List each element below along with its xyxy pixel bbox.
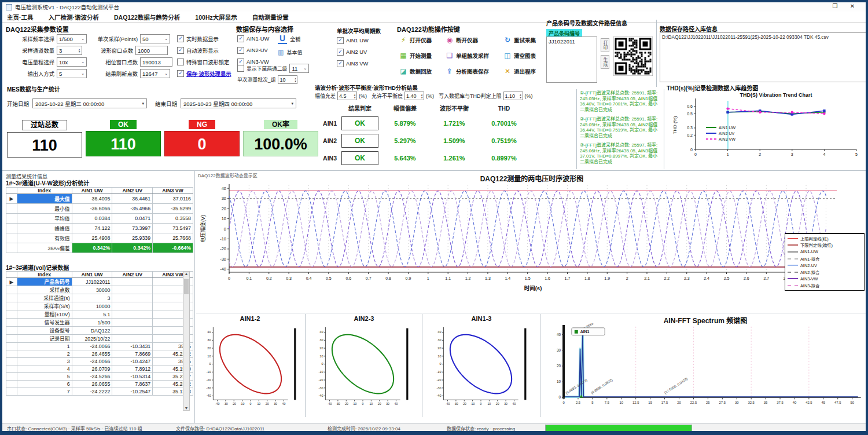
table-row[interactable]: 最小值-36.6066-35.4966-35.5299 bbox=[6, 204, 193, 214]
u-layout-icon[interactable]: U bbox=[278, 34, 287, 44]
restore-button[interactable]: ❐ bbox=[830, 3, 840, 9]
divider bbox=[194, 170, 195, 423]
svg-text:-30: -30 bbox=[336, 402, 340, 405]
清空图表-icon: ◫ bbox=[503, 52, 512, 60]
threshold-spinner-0: 幅值允差4.5▴▾(%) bbox=[315, 92, 367, 100]
param-control-2a[interactable]: 10x⌄ bbox=[57, 57, 87, 67]
svg-text:2.3: 2.3 bbox=[684, 276, 690, 280]
checkbox-icon: ✓ bbox=[237, 47, 244, 54]
path-field[interactable]: D:\DAQ122\JJ1022011\JJ1022011-25591(25)-… bbox=[660, 32, 867, 82]
table-row[interactable]: 平均值0.03840.04710.3558 bbox=[6, 214, 193, 224]
batch-spinner[interactable]: 10 ▴▾ bbox=[278, 75, 297, 84]
spinner-input[interactable]: 1.10▴▾ bbox=[503, 92, 523, 100]
table-row[interactable]: 36A≈偏差0.342%0.342%-0.664% bbox=[6, 243, 193, 253]
table-row[interactable]: 有效值25.490825.933925.7668 bbox=[6, 233, 193, 243]
stack-layout-icon[interactable]: ▥ bbox=[278, 49, 284, 56]
start-date-field[interactable]: 2025-10-22 星期三 00:00:00▾ bbox=[32, 98, 147, 108]
svg-text:0.2: 0.2 bbox=[687, 133, 693, 137]
ops-button-3[interactable]: ▦开始测量 bbox=[399, 52, 446, 60]
table-row[interactable]: 5-24.5266-10.531435.2257 bbox=[6, 373, 193, 381]
svg-text:4: 4 bbox=[823, 152, 825, 156]
scroll-down-icon[interactable]: ▼ bbox=[183, 406, 189, 410]
ops-button-7[interactable]: ⇪分析图表保存 bbox=[446, 67, 503, 75]
param-control-1a[interactable]: 3▴▾ bbox=[57, 46, 82, 55]
menu-item-2[interactable]: DAQ122数据与趋势分析 bbox=[114, 13, 180, 21]
scroll-up-icon[interactable]: ▲ bbox=[183, 272, 189, 276]
channel-label: AIN2 bbox=[315, 132, 339, 149]
thd-trend-panel: THD(s)[%]记录检测数据入库趋势图 THD(S) Vibration Tr… bbox=[667, 83, 868, 169]
table-row[interactable]: 采样率(S/s)10000 bbox=[6, 302, 193, 310]
table-row[interactable]: 7-24.2222-10.254735.1233 bbox=[6, 388, 193, 396]
daq-check-3[interactable]: ✓保存·波形处理显示 bbox=[177, 68, 231, 79]
menu-item-3[interactable]: 100Hz大屏显示 bbox=[195, 13, 237, 21]
scroll-thumb[interactable] bbox=[184, 279, 189, 294]
barcode-side-button-0[interactable]: 打印 bbox=[601, 38, 609, 52]
param-control-0a[interactable]: 1/500⌄ bbox=[57, 34, 87, 43]
ops-button-0[interactable]: ⚡打开仪器 bbox=[399, 36, 446, 44]
table-row[interactable]: 记录日期2025/10/22 bbox=[6, 335, 193, 343]
divider bbox=[422, 314, 422, 417]
ops-button-4[interactable]: ❏单组触发采样 bbox=[446, 52, 503, 60]
path-panel: 数据保存路径入库信息 D:\DAQ122\JJ1022011\JJ1022011… bbox=[660, 24, 868, 85]
overlay-checkbox[interactable]: 显示下属两通二级 bbox=[237, 63, 287, 74]
ops-button-5[interactable]: ◫清空图表 bbox=[503, 52, 551, 60]
menu-item-0[interactable]: 主页·工具 bbox=[7, 13, 34, 21]
spinner-input[interactable]: 1.40▴▾ bbox=[404, 92, 424, 100]
param-control-0b[interactable]: 50⌄ bbox=[140, 34, 170, 43]
param-control-3b[interactable]: 12647⌄ bbox=[140, 69, 170, 78]
svg-text:50: 50 bbox=[850, 401, 854, 404]
table-row[interactable]: 226.46557.866945.2252 bbox=[6, 350, 193, 358]
table-row[interactable]: 信号发生器1/500 bbox=[6, 319, 193, 327]
spinner-unit: (%) bbox=[525, 93, 533, 99]
table-row[interactable]: 量程(±10V)5.1 bbox=[6, 310, 193, 319]
barcode-input[interactable]: JJ1022011 bbox=[546, 36, 597, 83]
overlay-count-select[interactable]: 11⌄ bbox=[289, 64, 309, 73]
records-scrollbar[interactable]: ▲ ▼ bbox=[183, 271, 190, 411]
daq-check-0[interactable]: ✓实时数据显示 bbox=[177, 33, 231, 45]
ops-buttons-grid: ⚡打开仪器◉断开仪器↻重试采集▦开始测量❏单组触发采样◫清空图表◪数据回放⇪分析… bbox=[399, 36, 551, 75]
ops-button-1[interactable]: ◉断开仪器 bbox=[446, 36, 503, 44]
save-channel-check-1[interactable]: ✓AIN2-UV bbox=[237, 45, 269, 56]
close-button[interactable]: ✕ bbox=[847, 3, 858, 9]
table-row[interactable]: 626.06557.863745.2352 bbox=[6, 381, 193, 388]
stats-panel: 测量结果统计信息 1#~3#通道(U-V-W波形)分析统计 IndexAIN1 … bbox=[6, 173, 193, 261]
end-date-field[interactable]: 2025-10-23 星期四 00:00:00▾ bbox=[181, 98, 296, 108]
spinner-input[interactable]: 4.5▴▾ bbox=[337, 92, 357, 100]
table-row[interactable]: 峰峰值74.12273.399773.5497 bbox=[6, 224, 193, 233]
svg-text:20: 20 bbox=[319, 346, 323, 350]
unbalance: 1.721% bbox=[429, 115, 479, 132]
table-row[interactable]: 1-24.0066-10.343135.35 bbox=[6, 343, 193, 350]
daq-check-1[interactable]: ✓自动波形显示 bbox=[177, 45, 231, 56]
save-channel-check-0[interactable]: ✓AIN1-UW bbox=[237, 33, 269, 45]
judge-result: OK bbox=[341, 151, 378, 165]
ops-button-2[interactable]: ↻重试采集 bbox=[503, 36, 551, 44]
spinner-label: 允许不平衡度 bbox=[372, 92, 403, 100]
menu-item-1[interactable]: 入厂检测·谐波分析 bbox=[49, 13, 100, 21]
table-row[interactable]: ▶产品条码号JJ1022011 bbox=[6, 278, 193, 286]
svg-text:10: 10 bbox=[258, 402, 261, 405]
barcode-side-button-1[interactable]: 生成 bbox=[601, 55, 609, 69]
divider bbox=[656, 20, 657, 87]
daq-check-2[interactable]: 特殊窗口波形锁定 bbox=[177, 56, 231, 68]
table-row[interactable]: 426.07097.891245.1500 bbox=[6, 365, 193, 373]
cycle-check-0[interactable]: ✓AIN1 UW bbox=[337, 35, 369, 46]
svg-text:(4.8936, 0.0622): (4.8936, 0.0622) bbox=[590, 378, 613, 395]
table-row[interactable]: 采样通道(s)3 bbox=[6, 294, 193, 302]
table-row[interactable]: ▶最大值36.400536.446137.0116 bbox=[6, 194, 193, 204]
thd-value: 0.8997% bbox=[479, 149, 529, 167]
table-row[interactable]: 采样点数30000 bbox=[6, 286, 193, 294]
param-control-1b[interactable]: 1000 bbox=[135, 46, 168, 55]
svg-text:30: 30 bbox=[222, 196, 226, 201]
ops-button-6[interactable]: ◪数据回放 bbox=[399, 67, 446, 75]
svg-text:-20: -20 bbox=[319, 378, 323, 382]
cycle-check-2[interactable]: ✓AIN3 VW bbox=[337, 58, 369, 70]
divider bbox=[664, 89, 664, 169]
param-control-3a[interactable]: 5⌄ bbox=[57, 69, 87, 78]
menu-item-4[interactable]: 自动测量设置 bbox=[252, 13, 289, 21]
cycle-check-1[interactable]: ✓AIN2 UV bbox=[337, 46, 369, 58]
table-row[interactable]: 3-24.0066-10.424735.35 bbox=[6, 358, 193, 365]
param-control-2b[interactable]: 190013 bbox=[140, 57, 172, 67]
ops-button-8[interactable]: ✕退出程序 bbox=[503, 67, 551, 75]
svg-text:-40: -40 bbox=[319, 394, 323, 397]
table-row[interactable]: 设备型号DAQ122 bbox=[6, 327, 193, 335]
